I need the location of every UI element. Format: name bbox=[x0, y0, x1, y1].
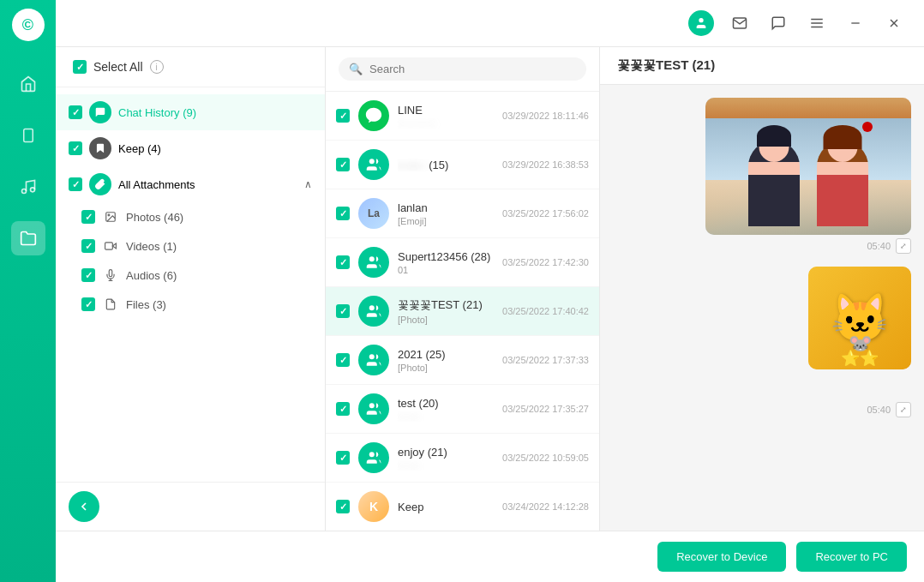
svg-marker-13 bbox=[112, 243, 116, 249]
left-panel-header: Select All i bbox=[56, 47, 325, 87]
message-sticker: 🐱 🐭 ⭐⭐ 05:40 ⤢ bbox=[613, 267, 911, 417]
tree-items: Chat History (9) Keep (4) bbox=[56, 87, 325, 482]
photos-label: Photos (46) bbox=[126, 211, 183, 224]
files-label: Files (3) bbox=[126, 298, 166, 311]
chat-item-enjoy[interactable]: enjoy (21) ··· ···· 03/25/2022 10:59:05 bbox=[326, 434, 599, 483]
lanlan-info: lanlan [Emoji] bbox=[398, 201, 494, 226]
svg-point-4 bbox=[699, 18, 703, 22]
audios-checkbox[interactable] bbox=[81, 268, 95, 282]
videos-icon bbox=[102, 237, 119, 255]
search-input-wrapper: 🔍 bbox=[339, 57, 586, 81]
mail-icon[interactable] bbox=[727, 10, 753, 36]
videos-checkbox[interactable] bbox=[81, 239, 95, 253]
folder-icon[interactable] bbox=[11, 221, 45, 255]
photos-icon bbox=[102, 208, 119, 225]
minimize-icon[interactable] bbox=[843, 10, 868, 36]
enjoy-time: 03/25/2022 10:59:05 bbox=[502, 453, 589, 463]
keep-chat-checkbox[interactable] bbox=[336, 500, 350, 513]
chat2-info: ·· ···· · (15) bbox=[398, 159, 494, 171]
chat-item-line[interactable]: LINE ·· ·· ·· ·· ·· 03/29/2022 18:11:46 bbox=[326, 92, 599, 141]
phone-icon[interactable] bbox=[11, 118, 45, 153]
chat-item-keep[interactable]: K Keep 03/24/2022 14:12:28 bbox=[326, 483, 599, 531]
recover-to-device-button[interactable]: Recover to Device bbox=[657, 542, 786, 572]
test-name: 꽃꽃꽃TEST (21) bbox=[398, 297, 494, 313]
expand-button-1[interactable]: ⤢ bbox=[896, 238, 911, 254]
expand-button-2[interactable]: ⤢ bbox=[896, 402, 911, 417]
2021-name: 2021 (25) bbox=[398, 348, 494, 361]
chat-item-test[interactable]: 꽃꽃꽃TEST (21) [Photo] 03/25/2022 17:40:42 bbox=[326, 287, 599, 336]
home-icon[interactable] bbox=[11, 67, 45, 101]
files-icon bbox=[102, 296, 119, 313]
message-time-row-2: 05:40 ⤢ bbox=[867, 402, 911, 417]
audios-label: Audios (6) bbox=[126, 269, 177, 282]
bottom-bar: Recover to Device Recover to PC bbox=[56, 531, 924, 582]
chat-history-checkbox[interactable] bbox=[69, 105, 82, 119]
keep-checkbox[interactable] bbox=[69, 141, 82, 155]
expand-icon[interactable]: ∧ bbox=[304, 178, 312, 190]
user-icon[interactable] bbox=[688, 10, 714, 36]
music-icon[interactable] bbox=[11, 170, 45, 204]
test20-avatar bbox=[358, 393, 389, 424]
line-preview: ·· ·· ·· ·· ·· bbox=[398, 118, 494, 129]
sub-item-photos[interactable]: Photos (46) bbox=[73, 202, 325, 231]
enjoy-info: enjoy (21) ··· ···· bbox=[398, 446, 494, 471]
svg-point-2 bbox=[21, 189, 26, 194]
tree-item-keep[interactable]: Keep (4) bbox=[56, 130, 325, 166]
sub-item-audios[interactable]: Audios (6) bbox=[73, 261, 325, 290]
search-icon: 🔍 bbox=[349, 63, 363, 75]
right-panel: 꽃꽃꽃TEST (21) bbox=[600, 47, 924, 531]
sticker-image: 🐱 🐭 ⭐⭐ bbox=[808, 267, 911, 369]
chat-item-lanlan[interactable]: La lanlan [Emoji] 03/25/2022 17:56:02 bbox=[326, 189, 599, 238]
sub-items: Photos (46) Videos (1) bbox=[56, 202, 325, 319]
search-input[interactable] bbox=[369, 63, 576, 75]
2021-checkbox[interactable] bbox=[336, 353, 350, 367]
chat2-name: ·· ···· · (15) bbox=[398, 159, 494, 171]
line-checkbox[interactable] bbox=[336, 109, 350, 123]
chat-item-supert[interactable]: Supert123456 (28) 01 03/25/2022 17:42:30 bbox=[326, 238, 599, 287]
chat2-checkbox[interactable] bbox=[336, 158, 350, 171]
keep-chat-info: Keep bbox=[398, 501, 494, 513]
tree-item-attachments[interactable]: All Attachments ∧ bbox=[56, 166, 325, 202]
select-all-checkbox[interactable] bbox=[73, 60, 87, 74]
message-time-1: 05:40 bbox=[867, 241, 891, 251]
chat2-avatar bbox=[358, 149, 389, 180]
test20-checkbox[interactable] bbox=[336, 402, 350, 416]
back-button[interactable] bbox=[69, 491, 99, 522]
line-avatar bbox=[358, 100, 389, 131]
lanlan-checkbox[interactable] bbox=[336, 207, 350, 220]
tree-item-chat-history[interactable]: Chat History (9) bbox=[56, 94, 325, 130]
supert-checkbox[interactable] bbox=[336, 255, 350, 269]
sub-item-videos[interactable]: Videos (1) bbox=[73, 231, 325, 261]
menu-icon[interactable] bbox=[804, 10, 830, 36]
keep-chat-name: Keep bbox=[398, 501, 494, 513]
recover-to-pc-button[interactable]: Recover to PC bbox=[796, 542, 907, 572]
app-logo[interactable]: © bbox=[12, 9, 45, 41]
attachments-checkbox[interactable] bbox=[69, 177, 82, 191]
content-row: Select All i Chat History (9) bbox=[56, 47, 924, 531]
chat-history-icon bbox=[89, 101, 111, 123]
top-header bbox=[56, 0, 924, 47]
chat-item-2021[interactable]: 2021 (25) [Photo] 03/25/2022 17:37:33 bbox=[326, 336, 599, 385]
test20-time: 03/25/2022 17:35:27 bbox=[502, 404, 589, 414]
sidebar: © bbox=[0, 0, 56, 582]
chat-icon[interactable] bbox=[765, 10, 791, 36]
chat-item-test20[interactable]: test (20) ··· ···· 03/25/2022 17:35:27 bbox=[326, 385, 599, 434]
close-icon[interactable] bbox=[881, 10, 907, 36]
test20-name: test (20) bbox=[398, 397, 494, 410]
enjoy-checkbox[interactable] bbox=[336, 451, 350, 465]
chat2-time: 03/29/2022 16:38:53 bbox=[502, 159, 589, 170]
sub-item-files[interactable]: Files (3) bbox=[73, 290, 325, 319]
files-checkbox[interactable] bbox=[81, 297, 95, 311]
info-icon[interactable]: i bbox=[150, 60, 164, 74]
svg-point-21 bbox=[369, 403, 375, 408]
2021-preview: [Photo] bbox=[398, 363, 494, 373]
supert-info: Supert123456 (28) 01 bbox=[398, 250, 494, 275]
photos-checkbox[interactable] bbox=[81, 210, 95, 224]
enjoy-preview: ··· ···· bbox=[398, 460, 494, 471]
test-checkbox[interactable] bbox=[336, 304, 350, 318]
keep-icon bbox=[89, 137, 111, 159]
chat-item-2[interactable]: ·· ···· · (15) 03/29/2022 16:38:53 bbox=[326, 141, 599, 189]
svg-point-3 bbox=[30, 188, 34, 192]
test-preview: [Photo] bbox=[398, 315, 494, 325]
lanlan-preview: [Emoji] bbox=[398, 216, 494, 226]
